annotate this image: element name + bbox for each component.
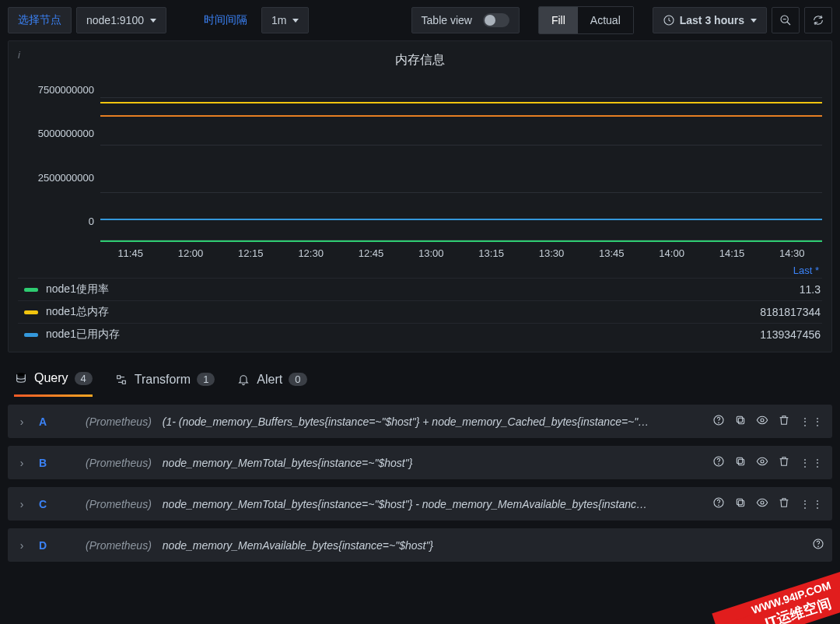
drag-handle-icon[interactable]: ⋮⋮ [800, 498, 824, 510]
drag-handle-icon[interactable]: ⋮⋮ [800, 457, 824, 469]
help-icon[interactable] [712, 414, 725, 429]
expand-chevron-icon[interactable]: › [16, 415, 28, 428]
query-datasource: (Prometheus) [86, 498, 152, 510]
trash-icon[interactable] [778, 496, 790, 511]
refresh-button[interactable] [804, 7, 832, 33]
info-icon[interactable]: i [18, 49, 20, 61]
x-tick: 12:00 [160, 247, 220, 259]
toggle-track [483, 13, 509, 27]
plot-area[interactable] [100, 79, 822, 243]
toggle-knob [485, 15, 495, 26]
x-tick: 12:45 [341, 247, 401, 259]
chart-area: 7500000000 5000000000 2500000000 0 [18, 79, 822, 243]
time-range-value: Last 3 hours [680, 14, 744, 26]
query-expression: (1- (node_memory_Buffers_bytes{instance=… [163, 415, 706, 428]
chevron-down-icon [751, 19, 757, 23]
fill-segment[interactable]: Fill [539, 7, 578, 33]
node-dropdown-value: node1:9100 [86, 14, 144, 26]
copy-icon[interactable] [734, 455, 747, 470]
interval-label: 时间间隔 [194, 7, 257, 33]
query-expression: node_memory_MemAvailable_bytes{instance=… [163, 539, 806, 552]
query-datasource: (Prometheus) [86, 415, 152, 428]
x-axis: 11:45 12:00 12:15 12:30 12:45 13:00 13:1… [100, 243, 822, 259]
x-tick: 11:45 [100, 247, 160, 259]
x-tick: 13:45 [582, 247, 642, 259]
legend-swatch [24, 310, 38, 314]
query-actions: ⋮⋮ [712, 496, 824, 511]
svg-point-14 [761, 460, 764, 463]
zoom-out-icon [779, 14, 792, 26]
svg-point-4 [17, 373, 26, 376]
legend-row[interactable]: node1使用率 11.3 [18, 278, 822, 300]
database-icon [14, 371, 28, 385]
tab-alert-count: 0 [289, 373, 306, 386]
query-expression: node_memory_MemTotal_bytes{instance=~"$h… [163, 498, 706, 510]
bell-icon [236, 373, 250, 387]
query-actions [812, 538, 824, 552]
help-icon[interactable] [712, 496, 725, 511]
svg-rect-8 [737, 416, 742, 422]
chevron-down-icon [150, 19, 156, 23]
node-dropdown[interactable]: node1:9100 [76, 7, 166, 33]
legend-row[interactable]: node1总内存 8181817344 [18, 300, 822, 323]
interval-dropdown[interactable]: 1m [261, 7, 309, 33]
expand-chevron-icon[interactable]: › [16, 498, 28, 510]
actual-segment[interactable]: Actual [578, 7, 633, 33]
eye-icon[interactable] [756, 496, 768, 511]
zoom-out-button[interactable] [772, 7, 800, 33]
panel-title-row: i 内存信息 [18, 49, 822, 79]
series-total [100, 102, 822, 103]
svg-rect-12 [738, 459, 744, 464]
svg-point-19 [761, 501, 764, 504]
series-usage-pct [100, 240, 822, 242]
help-icon[interactable] [812, 538, 824, 552]
legend-name: node1已用内存 [46, 328, 760, 342]
expand-chevron-icon[interactable]: › [16, 457, 28, 469]
legend-swatch [24, 333, 38, 337]
trash-icon[interactable] [778, 455, 790, 470]
query-row: › D (Prometheus) node_memory_MemAvailabl… [8, 528, 832, 562]
interval-value: 1m [271, 14, 286, 26]
drag-handle-icon[interactable]: ⋮⋮ [800, 415, 824, 428]
legend-header: Last * [18, 259, 822, 278]
copy-icon[interactable] [734, 414, 747, 429]
help-icon[interactable] [712, 455, 725, 470]
y-tick: 7500000000 [38, 84, 94, 96]
y-tick: 0 [89, 216, 94, 227]
legend-row[interactable]: node1已用内存 1139347456 [18, 323, 822, 345]
tab-query-label: Query [34, 371, 68, 385]
query-actions: ⋮⋮ [712, 455, 824, 470]
query-letter[interactable]: A [34, 415, 51, 428]
query-datasource: (Prometheus) [86, 539, 152, 552]
table-view-label: Table view [422, 14, 472, 26]
tab-transform[interactable]: Transform 1 [114, 373, 215, 396]
eye-icon[interactable] [756, 414, 768, 429]
toolbar: 选择节点 node1:9100 时间间隔 1m Table view Fill … [0, 0, 840, 40]
chart-panel: i 内存信息 7500000000 5000000000 2500000000 … [8, 40, 832, 352]
expand-chevron-icon[interactable]: › [16, 539, 28, 552]
series-available [100, 115, 822, 117]
copy-icon[interactable] [734, 496, 747, 511]
time-range-dropdown[interactable]: Last 3 hours [653, 7, 767, 33]
query-letter[interactable]: D [34, 539, 51, 552]
query-letter[interactable]: C [34, 498, 51, 510]
svg-point-11 [719, 464, 719, 464]
tab-query[interactable]: Query 4 [14, 371, 93, 397]
legend-sort-last[interactable]: Last * [793, 265, 819, 276]
panel-title: 内存信息 [395, 53, 445, 66]
query-datasource: (Prometheus) [86, 457, 152, 469]
svg-point-21 [818, 546, 819, 547]
trash-icon[interactable] [778, 414, 790, 429]
query-letter[interactable]: B [34, 457, 51, 469]
fill-actual-group: Fill Actual [538, 6, 634, 34]
y-tick: 2500000000 [38, 172, 94, 184]
legend-value: 8181817344 [760, 306, 821, 318]
table-view-toggle[interactable]: Table view [411, 7, 520, 33]
legend-name: node1使用率 [46, 282, 800, 296]
svg-rect-13 [737, 457, 742, 463]
query-row: › B (Prometheus) node_memory_MemTotal_by… [8, 446, 832, 479]
eye-icon[interactable] [756, 455, 768, 470]
legend-value: 1139347456 [760, 328, 821, 341]
svg-point-9 [761, 419, 764, 422]
tab-alert[interactable]: Alert 0 [236, 373, 306, 396]
